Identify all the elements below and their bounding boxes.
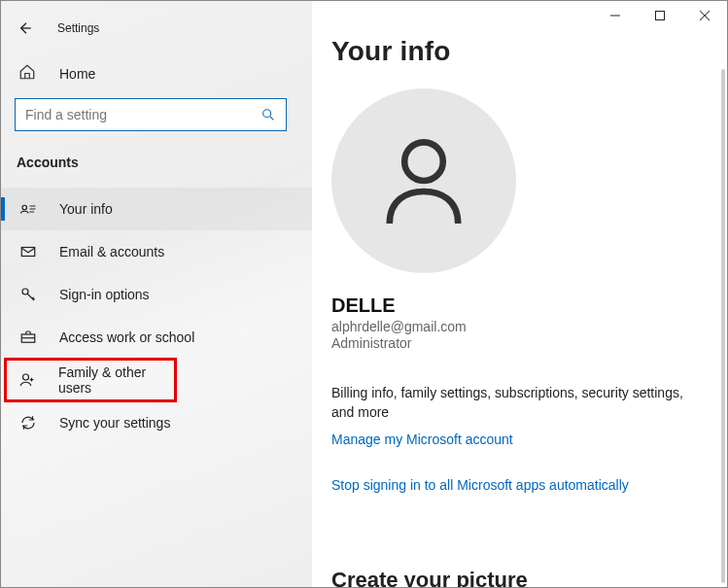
svg-point-7 bbox=[404, 142, 443, 181]
person-icon bbox=[370, 127, 477, 234]
sidebar-item-family-other-users[interactable]: Family & other users bbox=[5, 359, 176, 401]
sidebar-item-label: Access work or school bbox=[59, 329, 194, 345]
search-input-wrap[interactable] bbox=[15, 98, 287, 131]
sidebar-item-sync-settings[interactable]: Sync your settings bbox=[1, 401, 312, 444]
key-icon bbox=[18, 285, 38, 304]
content-area: Your info DELLE alphrdelle@gmail.com Adm… bbox=[312, 30, 727, 587]
sync-icon bbox=[18, 413, 38, 432]
minimize-icon bbox=[610, 11, 620, 20]
sidebar-item-label: Family & other users bbox=[58, 364, 176, 396]
home-nav-item[interactable]: Home bbox=[1, 55, 312, 98]
app-title: Settings bbox=[57, 21, 99, 35]
sidebar-item-label: Sign-in options bbox=[59, 287, 150, 302]
briefcase-icon bbox=[18, 328, 38, 347]
person-plus-icon bbox=[18, 370, 37, 390]
back-button[interactable] bbox=[9, 13, 40, 44]
sidebar-item-signin-options[interactable]: Sign-in options bbox=[1, 273, 312, 316]
avatar bbox=[331, 88, 516, 273]
titlebar-left: Settings bbox=[1, 9, 312, 55]
maximize-icon bbox=[655, 11, 665, 20]
sidebar-item-label: Sync your settings bbox=[59, 415, 170, 431]
search-input[interactable] bbox=[25, 107, 260, 122]
svg-rect-2 bbox=[21, 248, 35, 257]
sidebar-nav: Your info Email & accounts Sign-in optio… bbox=[1, 188, 312, 444]
close-icon bbox=[700, 11, 710, 20]
create-picture-heading: Create your picture bbox=[331, 568, 528, 587]
sidebar-item-label: Your info bbox=[59, 201, 113, 217]
sidebar: Settings Home Accounts Your info bbox=[1, 1, 312, 587]
sidebar-item-label: Email & accounts bbox=[59, 244, 164, 259]
svg-rect-6 bbox=[656, 12, 665, 20]
scrollbar[interactable] bbox=[721, 69, 725, 583]
user-role: Administrator bbox=[331, 335, 708, 351]
search-icon bbox=[260, 107, 276, 122]
close-button[interactable] bbox=[682, 1, 727, 30]
arrow-left-icon bbox=[17, 20, 32, 36]
sidebar-item-your-info[interactable]: Your info bbox=[1, 188, 312, 230]
svg-point-5 bbox=[23, 374, 29, 380]
window-controls bbox=[312, 1, 727, 30]
manage-account-link[interactable]: Manage my Microsoft account bbox=[331, 432, 513, 447]
person-card-icon bbox=[18, 199, 38, 219]
mail-icon bbox=[18, 242, 38, 261]
billing-info-text: Billing info, family settings, subscript… bbox=[331, 384, 701, 422]
main-panel: Your info DELLE alphrdelle@gmail.com Adm… bbox=[312, 1, 727, 587]
sidebar-item-email-accounts[interactable]: Email & accounts bbox=[1, 230, 312, 273]
page-title: Your info bbox=[331, 36, 708, 67]
user-name: DELLE bbox=[331, 294, 708, 317]
svg-point-0 bbox=[263, 110, 271, 118]
user-email: alphrdelle@gmail.com bbox=[331, 319, 708, 334]
svg-point-1 bbox=[22, 205, 27, 210]
sidebar-section-header: Accounts bbox=[1, 149, 312, 188]
home-icon bbox=[18, 63, 36, 85]
svg-point-3 bbox=[22, 289, 28, 294]
stop-signing-in-link[interactable]: Stop signing in to all Microsoft apps au… bbox=[331, 477, 629, 493]
minimize-button[interactable] bbox=[593, 1, 638, 30]
home-label: Home bbox=[59, 66, 95, 82]
sidebar-item-access-work-school[interactable]: Access work or school bbox=[1, 316, 312, 359]
maximize-button[interactable] bbox=[638, 1, 682, 30]
